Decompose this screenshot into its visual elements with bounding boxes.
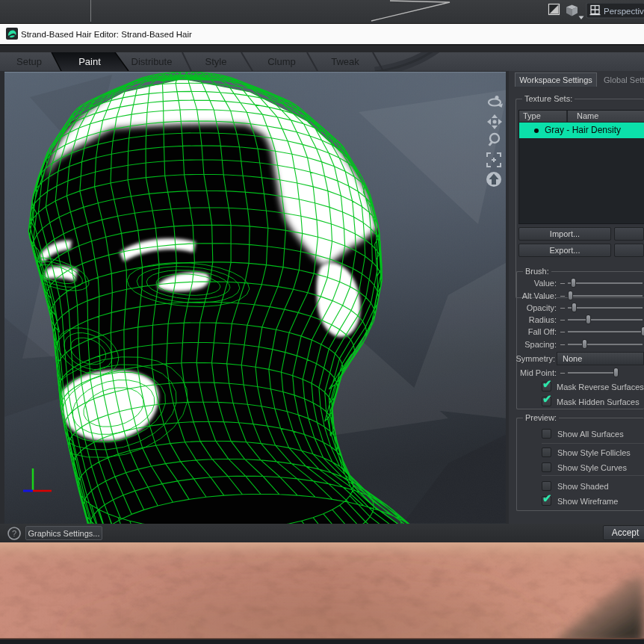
- svg-text:Perspective: Perspective: [604, 7, 644, 16]
- svg-text:?: ?: [12, 529, 16, 538]
